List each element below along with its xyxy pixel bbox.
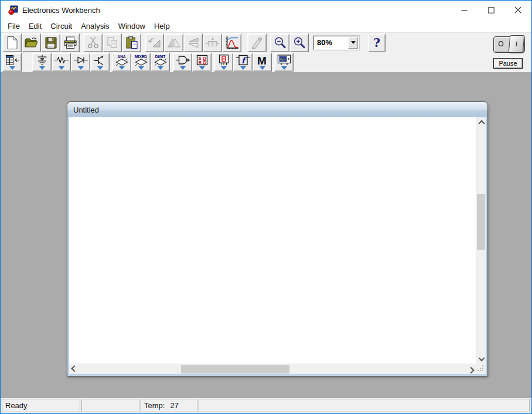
create-subcircuit-button[interactable]: A xyxy=(203,33,222,52)
parts-bin-digital-ics[interactable]: DIGIT xyxy=(151,53,170,72)
new-document-icon xyxy=(6,36,19,50)
create-subcircuit-icon: A xyxy=(206,37,220,49)
sources-bin-icon xyxy=(35,55,49,66)
menu-window[interactable]: Window xyxy=(118,22,145,30)
zoom-dropdown-button[interactable] xyxy=(348,37,358,49)
resize-grip[interactable] xyxy=(476,364,486,374)
component-properties-button[interactable] xyxy=(247,33,267,52)
power-off-label[interactable]: O xyxy=(494,37,508,52)
parts-bin-analog-ics[interactable]: ANA xyxy=(112,53,131,72)
rotate-icon xyxy=(148,37,162,49)
status-panel-2 xyxy=(81,399,139,412)
parts-bin-indicators[interactable] xyxy=(214,53,233,72)
open-button[interactable] xyxy=(22,33,41,52)
digital-ics-label: DIGIT xyxy=(155,55,165,59)
basic-bin-icon xyxy=(54,55,69,66)
svg-text:R: R xyxy=(199,60,202,65)
scroll-up-button[interactable] xyxy=(476,117,486,127)
parts-bin-sources[interactable] xyxy=(32,53,52,72)
close-button[interactable] xyxy=(504,1,531,19)
horizontal-scroll-thumb[interactable] xyxy=(181,365,289,374)
chevron-up-icon xyxy=(478,120,485,126)
scroll-left-button[interactable] xyxy=(69,364,79,374)
power-switch[interactable]: O I xyxy=(493,36,525,53)
status-message: Ready xyxy=(5,401,28,410)
paste-button[interactable] xyxy=(122,33,141,52)
chevron-down-icon xyxy=(351,41,356,44)
miscellaneous-bin-icon: M xyxy=(257,55,268,66)
flip-horizontal-icon xyxy=(167,37,181,49)
maximize-button[interactable] xyxy=(478,1,504,19)
pause-button[interactable]: Pause xyxy=(493,58,523,69)
analog-ics-bin-icon xyxy=(115,59,128,66)
new-button[interactable] xyxy=(2,33,22,52)
display-graphs-button[interactable] xyxy=(222,33,241,52)
parts-bin-basic[interactable] xyxy=(52,53,71,72)
temp-label: Temp: xyxy=(144,401,165,410)
parts-bin-digital[interactable]: SQRQ xyxy=(192,53,212,72)
document-body xyxy=(69,117,486,374)
vertical-scrollbar[interactable] xyxy=(476,117,486,364)
parts-bin-miscellaneous[interactable]: M xyxy=(253,53,272,72)
minimize-icon xyxy=(461,7,468,13)
controls-bin-icon: f xyxy=(236,55,251,66)
parts-bin-favorites[interactable] xyxy=(2,53,22,72)
status-bar: Ready Temp: 27 xyxy=(1,398,531,413)
parts-bin-transistors[interactable] xyxy=(90,53,110,72)
resize-grip-icon xyxy=(482,370,483,371)
zoom-level-select[interactable]: 80% xyxy=(313,36,359,50)
menu-file[interactable]: File xyxy=(8,22,20,30)
help-icon: ? xyxy=(373,37,380,49)
rotate-button[interactable] xyxy=(145,33,164,52)
window-controls xyxy=(451,1,531,19)
mixed-ics-label: MIXED xyxy=(135,55,147,59)
horizontal-scrollbar[interactable] xyxy=(69,364,476,374)
zoom-in-button[interactable] xyxy=(289,33,309,52)
print-icon xyxy=(63,36,77,49)
close-icon xyxy=(514,6,521,13)
flip-horizontal-button[interactable] xyxy=(164,33,183,52)
instruments-bin-icon xyxy=(277,55,292,66)
status-panel-ready: Ready xyxy=(2,399,80,412)
menu-bar: File Edit Circuit Analysis Window Help xyxy=(1,19,531,32)
print-button[interactable] xyxy=(60,33,80,52)
display-graphs-icon xyxy=(225,36,239,50)
menu-edit[interactable]: Edit xyxy=(29,22,42,30)
document-title: Untitled xyxy=(73,106,99,114)
parts-bin-mixed-ics[interactable]: MIXED xyxy=(131,53,151,72)
svg-text:M: M xyxy=(257,55,267,66)
copy-button[interactable] xyxy=(103,33,122,52)
minimize-button[interactable] xyxy=(451,1,478,19)
circuit-canvas[interactable] xyxy=(69,117,476,364)
scroll-right-button[interactable] xyxy=(466,364,476,374)
scroll-down-button[interactable] xyxy=(476,354,486,364)
parts-bin-controls[interactable]: f xyxy=(233,53,253,72)
flip-vertical-button[interactable] xyxy=(183,33,203,52)
chevron-left-icon xyxy=(71,365,77,371)
zoom-out-button[interactable] xyxy=(270,33,289,52)
app-window: Electronics Workbench File Edit Circuit … xyxy=(0,0,532,414)
power-on-label[interactable]: I xyxy=(509,35,525,53)
parts-bin-toolbar: ANA MIXED DIGIT SQRQ f xyxy=(1,52,531,72)
chevron-right-icon xyxy=(468,367,474,373)
menu-circuit[interactable]: Circuit xyxy=(50,22,72,30)
logic-gates-bin-icon xyxy=(175,55,190,66)
flip-vertical-icon xyxy=(186,37,200,49)
parts-bin-instruments[interactable] xyxy=(274,53,294,72)
parts-bin-logic-gates[interactable] xyxy=(173,53,192,72)
transistors-bin-icon xyxy=(93,55,107,66)
menu-help[interactable]: Help xyxy=(154,22,170,30)
help-button[interactable]: ? xyxy=(368,33,386,52)
workspace: Untitled xyxy=(1,72,531,398)
cut-button[interactable] xyxy=(83,33,103,52)
document-titlebar[interactable]: Untitled xyxy=(67,102,487,117)
vertical-scroll-thumb[interactable] xyxy=(477,194,485,250)
zoom-out-icon xyxy=(273,36,287,50)
parts-bin-diodes[interactable] xyxy=(71,53,90,72)
copy-icon xyxy=(106,36,119,49)
toolbar-area: A 80% ? xyxy=(1,32,531,72)
digital-bin-icon: SQRQ xyxy=(195,55,210,66)
save-button[interactable] xyxy=(41,33,60,52)
svg-text:f: f xyxy=(241,55,247,65)
menu-analysis[interactable]: Analysis xyxy=(81,22,109,30)
